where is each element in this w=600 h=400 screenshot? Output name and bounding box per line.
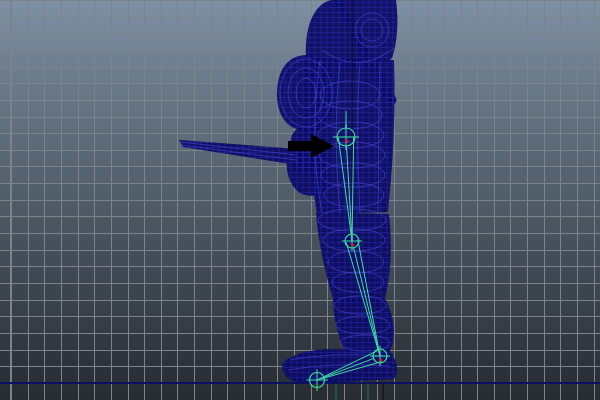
scene-canvas (0, 0, 600, 400)
viewport[interactable] (0, 0, 600, 400)
character-model[interactable] (179, 0, 397, 384)
mesh-overlay (333, 298, 394, 353)
mesh-overlay (316, 212, 391, 302)
model-mesh-texture (179, 0, 397, 384)
